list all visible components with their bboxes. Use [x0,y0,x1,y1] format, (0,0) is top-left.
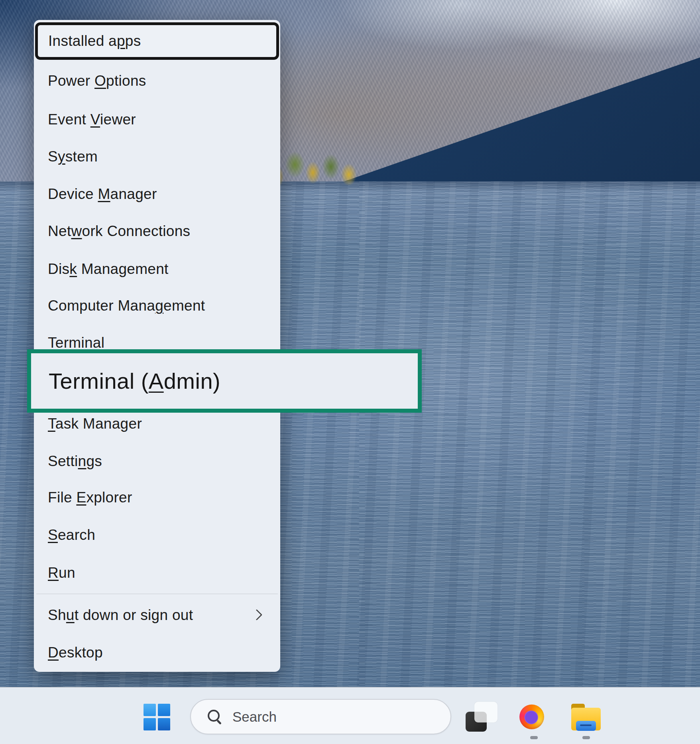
menu-item-file-explorer[interactable]: File Explorer [35,479,279,516]
desktop-screen: Installed apps Power Options Event Viewe… [0,0,700,744]
start-button[interactable] [144,704,170,730]
winx-power-user-menu: Installed apps Power Options Event Viewe… [34,20,280,672]
menu-item-desktop[interactable]: Desktop [35,634,279,671]
windows-logo-icon [158,718,170,730]
task-view-button[interactable] [466,702,497,732]
menu-item-label: System [48,148,98,165]
folder-icon [576,721,596,731]
menu-item-label: Network Connections [48,223,190,240]
menu-item-label: Installed apps [48,33,141,49]
chevron-right-icon [251,609,262,620]
menu-item-network-connections[interactable]: Network Connections [35,213,279,250]
menu-item-power-options[interactable]: Power Options [35,62,279,100]
terminal-admin-highlight-box[interactable]: Terminal (Admin) [27,349,422,413]
menu-item-label: Event Viewer [48,111,136,128]
menu-item-label: Shut down or sign out [48,607,193,624]
menu-item-label: Disk Management [48,261,169,278]
menu-item-search[interactable]: Search [35,516,279,554]
menu-item-computer-management[interactable]: Computer Management [35,287,279,325]
menu-item-label: Search [48,527,95,543]
file-explorer-running-indicator [582,736,590,739]
menu-item-event-viewer[interactable]: Event Viewer [35,101,279,138]
menu-item-run[interactable]: Run [35,554,279,592]
menu-item-label: Computer Management [48,297,205,314]
menu-item-shut-down-or-sign-out[interactable]: Shut down or sign out [35,596,279,634]
task-view-icon [474,702,497,722]
menu-item-label: Desktop [48,644,103,661]
firefox-running-indicator [530,736,538,739]
menu-item-disk-management[interactable]: Disk Management [35,250,279,288]
menu-item-settings[interactable]: Settings [35,443,279,480]
search-box-label: Search [232,709,277,725]
file-explorer-button[interactable] [571,704,601,731]
menu-item-label: Device Manager [48,186,157,203]
firefox-button[interactable] [519,705,544,729]
search-icon [208,710,222,724]
taskbar-search-box[interactable]: Search [190,699,451,734]
windows-logo-icon [158,704,170,716]
menu-item-label: Power Options [48,73,146,89]
menu-item-device-manager[interactable]: Device Manager [35,175,279,213]
menu-item-label: Task Manager [48,415,142,432]
folder-icon [580,724,592,726]
windows-logo-icon [144,718,156,730]
taskbar: Search [0,687,700,744]
menu-item-label: Terminal [48,335,104,351]
menu-item-label: Settings [48,453,102,470]
menu-item-label: File Explorer [48,489,132,506]
menu-item-terminal-admin-label: Terminal (Admin) [49,368,220,394]
menu-item-label: Run [48,565,75,581]
menu-item-installed-apps[interactable]: Installed apps [35,22,279,60]
menu-item-system[interactable]: System [35,138,279,175]
menu-separator [36,594,278,594]
windows-logo-icon [144,704,156,716]
